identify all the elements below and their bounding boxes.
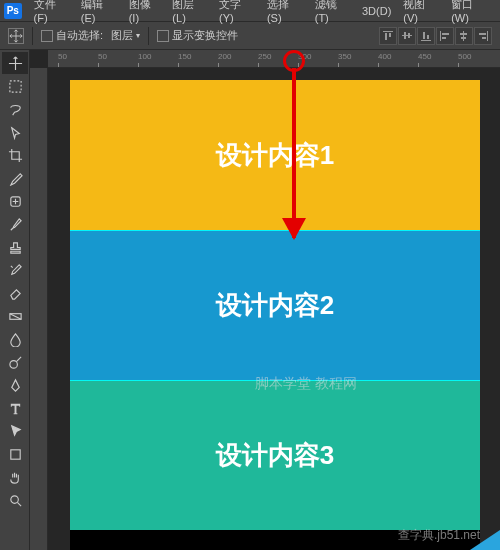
align-left-button[interactable] <box>436 27 454 45</box>
pen-tool[interactable] <box>2 374 28 396</box>
ruler-tick: 100 <box>138 52 151 61</box>
ruler-vertical[interactable] <box>30 68 48 550</box>
shape-tool[interactable] <box>2 443 28 465</box>
separator <box>32 27 33 45</box>
ruler-tick: 50 <box>98 52 107 61</box>
design-slice-1: 设计内容1 <box>70 80 480 230</box>
svg-rect-5 <box>408 33 410 38</box>
annotation-arrow <box>292 68 296 238</box>
svg-rect-3 <box>402 35 412 36</box>
menu-file[interactable]: 文件(F) <box>28 0 75 24</box>
align-hcenter-button[interactable] <box>455 27 473 45</box>
document-canvas[interactable]: 设计内容1 设计内容2 设计内容3 <box>70 80 480 550</box>
svg-rect-14 <box>461 37 466 39</box>
svg-rect-22 <box>10 449 19 458</box>
move-tool[interactable] <box>2 52 28 74</box>
svg-rect-12 <box>463 31 464 41</box>
history-brush-tool[interactable] <box>2 259 28 281</box>
type-tool[interactable] <box>2 397 28 419</box>
annotation-circle <box>283 50 305 72</box>
page-curl-icon <box>470 530 500 550</box>
quick-select-tool[interactable] <box>2 121 28 143</box>
ruler-tick: 50 <box>58 52 67 61</box>
align-top-button[interactable] <box>379 27 397 45</box>
ruler-tick: 500 <box>458 52 471 61</box>
svg-rect-17 <box>482 37 486 39</box>
menu-view[interactable]: 视图(V) <box>397 0 445 24</box>
canvas-area[interactable]: 50 50 100 150 200 250 300 350 400 450 50… <box>30 50 500 550</box>
workspace: 50 50 100 150 200 250 300 350 400 450 50… <box>0 50 500 550</box>
svg-rect-11 <box>442 37 446 39</box>
show-transform-checkbox[interactable]: 显示变换控件 <box>157 28 238 43</box>
svg-rect-1 <box>385 33 387 40</box>
align-vcenter-button[interactable] <box>398 27 416 45</box>
ruler-tick: 200 <box>218 52 231 61</box>
menu-edit[interactable]: 编辑(E) <box>75 0 123 24</box>
svg-rect-8 <box>427 35 429 39</box>
eyedropper-tool[interactable] <box>2 167 28 189</box>
guide-line[interactable] <box>70 230 480 231</box>
menubar: Ps 文件(F) 编辑(E) 图像(I) 图层(L) 文字(Y) 选择(S) 滤… <box>0 0 500 22</box>
toolbar <box>0 50 30 550</box>
ruler-tick: 350 <box>338 52 351 61</box>
svg-rect-0 <box>383 31 393 32</box>
lasso-tool[interactable] <box>2 98 28 120</box>
menu-3d[interactable]: 3D(D) <box>356 5 397 17</box>
align-group <box>379 27 492 45</box>
align-bottom-button[interactable] <box>417 27 435 45</box>
crop-tool[interactable] <box>2 144 28 166</box>
gradient-tool[interactable] <box>2 305 28 327</box>
move-tool-icon <box>8 28 24 44</box>
ruler-tick: 400 <box>378 52 391 61</box>
zoom-tool[interactable] <box>2 489 28 511</box>
eraser-tool[interactable] <box>2 282 28 304</box>
ruler-tick: 250 <box>258 52 271 61</box>
show-transform-label: 显示变换控件 <box>172 29 238 41</box>
menu-layer[interactable]: 图层(L) <box>166 0 213 24</box>
design-slice-2: 设计内容2 <box>70 230 480 380</box>
auto-select-target-dropdown[interactable]: 图层 <box>111 28 140 43</box>
svg-rect-13 <box>460 33 467 35</box>
svg-point-23 <box>10 495 18 503</box>
app-logo: Ps <box>4 3 22 19</box>
blur-tool[interactable] <box>2 328 28 350</box>
guide-line[interactable] <box>70 380 480 381</box>
design-slice-3: 设计内容3 <box>70 380 480 530</box>
menu-type[interactable]: 文字(Y) <box>213 0 261 24</box>
svg-rect-6 <box>421 40 431 41</box>
healing-tool[interactable] <box>2 190 28 212</box>
svg-rect-9 <box>440 31 441 41</box>
menu-window[interactable]: 窗口(W) <box>445 0 496 24</box>
brush-tool[interactable] <box>2 213 28 235</box>
hand-tool[interactable] <box>2 466 28 488</box>
svg-point-21 <box>9 360 17 368</box>
svg-rect-18 <box>9 80 20 91</box>
align-right-button[interactable] <box>474 27 492 45</box>
separator <box>148 27 149 45</box>
path-select-tool[interactable] <box>2 420 28 442</box>
marquee-tool[interactable] <box>2 75 28 97</box>
options-bar: 自动选择: 图层 显示变换控件 <box>0 22 500 50</box>
ruler-tick: 450 <box>418 52 431 61</box>
auto-select-label: 自动选择: <box>56 29 103 41</box>
ruler-tick: 150 <box>178 52 191 61</box>
ruler-horizontal[interactable]: 50 50 100 150 200 250 300 350 400 450 50… <box>48 50 500 68</box>
svg-rect-15 <box>487 31 488 41</box>
dodge-tool[interactable] <box>2 351 28 373</box>
stamp-tool[interactable] <box>2 236 28 258</box>
svg-rect-7 <box>423 32 425 39</box>
menu-filter[interactable]: 滤镜(T) <box>309 0 356 24</box>
svg-rect-10 <box>442 33 449 35</box>
svg-rect-4 <box>404 32 406 39</box>
auto-select-checkbox[interactable]: 自动选择: <box>41 28 103 43</box>
menu-image[interactable]: 图像(I) <box>123 0 167 24</box>
svg-rect-2 <box>389 33 391 37</box>
svg-rect-16 <box>479 33 486 35</box>
menu-select[interactable]: 选择(S) <box>261 0 309 24</box>
